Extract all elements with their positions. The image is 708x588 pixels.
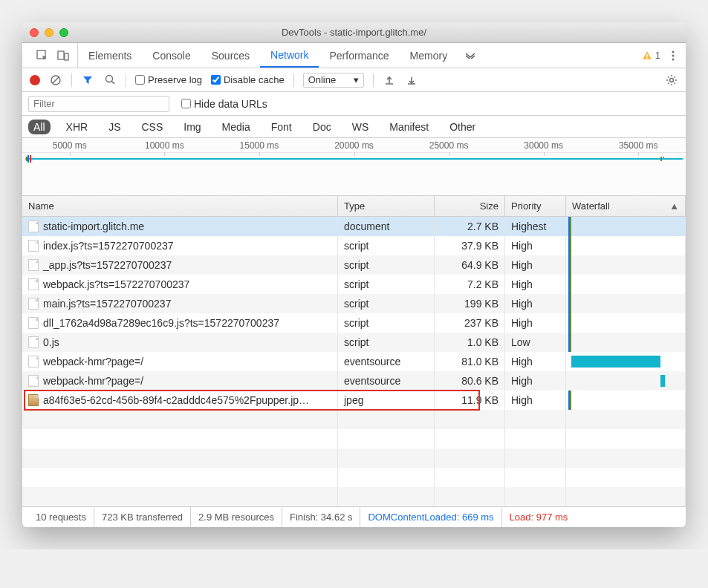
type-filter-bar: All XHR JS CSS Img Media Font Doc WS Man…	[22, 116, 686, 138]
request-priority: High	[505, 391, 566, 410]
filter-img[interactable]: Img	[178, 120, 206, 134]
document-file-icon	[28, 220, 39, 232]
minimize-window-button[interactable]	[45, 28, 53, 37]
device-toggle-icon[interactable]	[56, 49, 70, 62]
request-waterfall	[566, 352, 686, 371]
warning-count: 1	[655, 50, 660, 61]
table-row[interactable]: _app.js?ts=1572270700237script64.9 KBHig…	[22, 255, 686, 275]
table-row[interactable]: 0.jsscript1.0 KBLow	[22, 333, 686, 352]
disable-cache-checkbox[interactable]: Disable cache	[211, 74, 285, 85]
filter-js[interactable]: JS	[103, 120, 126, 134]
table-row[interactable]: index.js?ts=1572270700237script37.9 KBHi…	[22, 236, 686, 255]
request-type: script	[338, 236, 435, 255]
document-file-icon	[28, 356, 39, 368]
request-type: script	[338, 294, 435, 313]
col-type[interactable]: Type	[338, 196, 435, 216]
tab-console[interactable]: Console	[142, 43, 201, 68]
filter-toggle-icon[interactable]	[81, 74, 94, 87]
table-header: Name Type Size Priority Waterfall ▲	[22, 196, 686, 217]
col-waterfall[interactable]: Waterfall ▲	[566, 196, 686, 216]
close-window-button[interactable]	[30, 28, 39, 37]
window-controls	[30, 28, 68, 37]
filter-all[interactable]: All	[28, 120, 51, 134]
filter-xhr[interactable]: XHR	[61, 120, 94, 134]
window-title: DevTools - static-import.glitch.me/	[22, 27, 686, 38]
request-waterfall	[566, 391, 686, 410]
svg-line-9	[53, 77, 59, 83]
maximize-window-button[interactable]	[59, 28, 68, 37]
status-load: Load: 977 ms	[502, 507, 576, 527]
table-row[interactable]: webpack-hmr?page=/eventsource81.0 KBHigh	[22, 352, 686, 371]
table-row[interactable]: dll_1762a4d98a7289ec16c9.js?ts=157227070…	[22, 313, 686, 333]
upload-har-icon[interactable]	[383, 74, 396, 87]
clear-icon[interactable]	[49, 74, 62, 87]
warning-icon	[642, 50, 652, 61]
request-table: Name Type Size Priority Waterfall ▲ stat…	[22, 196, 686, 506]
empty-row	[22, 429, 686, 448]
tab-elements[interactable]: Elements	[78, 43, 142, 68]
status-transferred: 723 KB transferred	[94, 507, 191, 527]
tab-sources[interactable]: Sources	[201, 43, 260, 68]
settings-gear-icon[interactable]	[665, 74, 678, 87]
filter-media[interactable]: Media	[217, 120, 256, 134]
time-tick: 10000 ms	[117, 140, 212, 152]
filter-input[interactable]	[28, 96, 169, 112]
request-size: 81.0 KB	[435, 352, 505, 371]
filter-ws[interactable]: WS	[347, 120, 374, 134]
warnings-badge[interactable]: 1	[642, 50, 660, 61]
table-row[interactable]: a84f63e5-62cd-456b-89f4-c2adddc4e575%2Fp…	[22, 391, 686, 410]
request-type: jpeg	[338, 391, 435, 410]
table-row[interactable]: static-import.glitch.medocument2.7 KBHig…	[22, 217, 686, 236]
tab-performance[interactable]: Performance	[319, 43, 399, 68]
image-file-icon	[28, 394, 39, 406]
request-name: webpack-hmr?page=/	[22, 371, 338, 391]
table-row[interactable]: webpack.js?ts=1572270700237script7.2 KBH…	[22, 275, 686, 294]
request-priority: High	[505, 313, 566, 333]
tab-memory[interactable]: Memory	[400, 43, 458, 68]
request-priority: High	[505, 255, 566, 275]
document-file-icon	[28, 298, 39, 310]
search-icon[interactable]	[103, 74, 117, 87]
table-row[interactable]: webpack-hmr?page=/eventsource80.6 KBHigh	[22, 371, 686, 391]
request-priority: High	[505, 371, 566, 391]
throttling-select[interactable]: Online ▾	[303, 73, 365, 88]
table-row[interactable]: main.js?ts=1572270700237script199 KBHigh	[22, 294, 686, 313]
filter-css[interactable]: CSS	[136, 120, 168, 134]
request-name: webpack.js?ts=1572270700237	[22, 275, 338, 294]
status-resources: 2.9 MB resources	[191, 507, 282, 527]
col-size[interactable]: Size	[435, 196, 505, 216]
filter-bar: Hide data URLs	[22, 92, 686, 116]
request-name: main.js?ts=1572270700237	[22, 294, 338, 313]
svg-line-11	[111, 82, 114, 85]
filter-other[interactable]: Other	[444, 120, 481, 134]
filter-manifest[interactable]: Manifest	[384, 120, 434, 134]
document-file-icon	[28, 375, 39, 387]
request-waterfall	[566, 294, 686, 313]
tabs-overflow-icon[interactable]	[458, 53, 483, 59]
col-name[interactable]: Name	[22, 196, 338, 216]
request-size: 199 KB	[435, 294, 505, 313]
titlebar: DevTools - static-import.glitch.me/	[22, 22, 686, 43]
inspect-element-icon[interactable]	[36, 49, 49, 62]
more-options-icon[interactable]	[666, 49, 680, 62]
filter-font[interactable]: Font	[266, 120, 297, 134]
document-file-icon	[28, 336, 39, 348]
filter-doc[interactable]: Doc	[308, 120, 337, 134]
status-domcontentloaded: DOMContentLoaded: 669 ms	[360, 507, 501, 527]
hide-data-urls-checkbox[interactable]: Hide data URLs	[181, 98, 267, 110]
svg-point-5	[672, 50, 675, 53]
timeline-overview[interactable]: 5000 ms 10000 ms 15000 ms 20000 ms 25000…	[22, 138, 686, 196]
preserve-log-checkbox[interactable]: Preserve log	[135, 74, 202, 85]
request-priority: Low	[505, 333, 566, 352]
request-waterfall	[566, 313, 686, 333]
record-button[interactable]	[30, 75, 40, 85]
request-name: _app.js?ts=1572270700237	[22, 255, 338, 275]
empty-row	[22, 410, 686, 429]
request-size: 1.0 KB	[435, 333, 505, 352]
request-waterfall	[566, 217, 686, 236]
tab-network[interactable]: Network	[260, 43, 319, 68]
download-har-icon[interactable]	[405, 74, 418, 87]
col-priority[interactable]: Priority	[505, 196, 566, 216]
time-tick: 35000 ms	[591, 140, 686, 152]
time-tick: 30000 ms	[496, 140, 591, 152]
